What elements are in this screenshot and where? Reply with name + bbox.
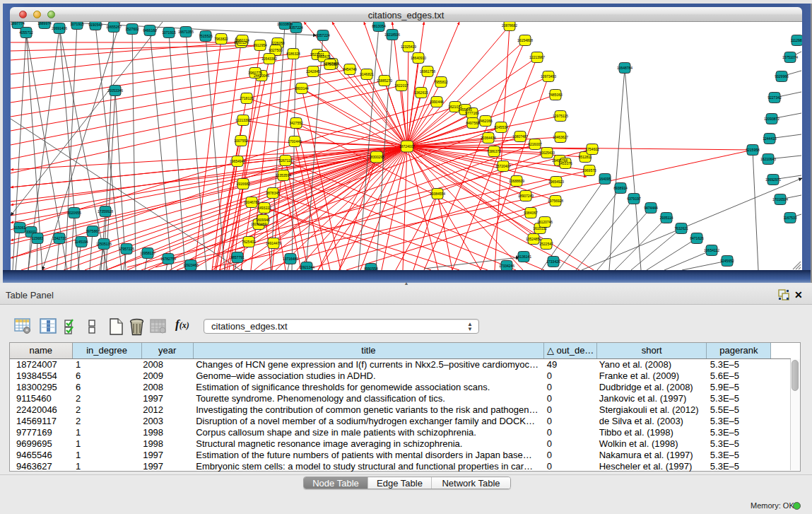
svg-text:2242845: 2242845: [306, 69, 320, 74]
svg-text:19654944: 19654944: [230, 159, 245, 163]
svg-text:8186328: 8186328: [286, 52, 300, 56]
svg-text:8454749: 8454749: [343, 67, 357, 71]
svg-text:15720407: 15720407: [495, 164, 511, 168]
svg-text:9777169: 9777169: [465, 111, 479, 115]
svg-text:9227342: 9227342: [767, 95, 782, 100]
svg-text:1071915: 1071915: [70, 22, 84, 26]
svg-text:7625402: 7625402: [242, 240, 256, 244]
svg-text:1112981: 1112981: [791, 38, 802, 42]
svg-text:3960775: 3960775: [248, 71, 262, 75]
svg-text:9857791: 9857791: [230, 255, 245, 259]
svg-text:3960124: 3960124: [235, 38, 249, 42]
svg-text:1362615: 1362615: [414, 90, 428, 95]
svg-text:5215958: 5215958: [746, 148, 760, 152]
svg-text:20691406: 20691406: [52, 26, 67, 30]
svg-text:12213392: 12213392: [235, 118, 251, 122]
svg-text:7955812: 7955812: [434, 80, 448, 84]
svg-text:13716485: 13716485: [283, 257, 298, 261]
svg-text:8813054: 8813054: [372, 24, 386, 28]
svg-text:19384554: 19384554: [430, 192, 445, 196]
svg-text:11353594: 11353594: [276, 173, 291, 177]
svg-text:2020655: 2020655: [67, 211, 81, 215]
svg-text:2803144: 2803144: [295, 86, 309, 90]
svg-text:10648784: 10648784: [617, 66, 632, 70]
svg-text:9190543: 9190543: [88, 23, 102, 27]
svg-text:7632621: 7632621: [674, 226, 688, 230]
svg-text:3912954: 3912954: [253, 43, 267, 47]
svg-text:10025433: 10025433: [539, 151, 555, 155]
svg-text:19756928: 19756928: [548, 199, 563, 203]
svg-text:1754602: 1754602: [585, 147, 599, 151]
svg-text:15692971: 15692971: [765, 177, 781, 182]
svg-text:16782759: 16782759: [160, 257, 176, 261]
svg-text:164095: 164095: [599, 177, 611, 181]
svg-text:1615132: 1615132: [533, 226, 547, 230]
svg-text:7963822: 7963822: [214, 37, 228, 41]
svg-text:9384067: 9384067: [524, 211, 538, 215]
svg-text:5465675: 5465675: [317, 54, 331, 59]
svg-text:18300295: 18300295: [369, 155, 384, 159]
svg-text:1609946: 1609946: [256, 218, 270, 222]
svg-text:10655267: 10655267: [106, 25, 122, 29]
svg-text:9357224: 9357224: [316, 33, 330, 37]
svg-text:9357224: 9357224: [289, 25, 303, 30]
svg-text:14914479: 14914479: [266, 241, 281, 245]
svg-text:16120746: 16120746: [537, 220, 553, 224]
svg-text:1453376: 1453376: [558, 161, 572, 165]
svg-text:1071915: 1071915: [162, 30, 176, 35]
svg-text:12923466: 12923466: [183, 263, 199, 267]
svg-text:10543382: 10543382: [261, 57, 277, 61]
svg-text:10654112: 10654112: [704, 248, 719, 252]
svg-text:20878682: 20878682: [502, 23, 517, 28]
svg-text:10958137: 10958137: [140, 251, 155, 255]
svg-text:9474444: 9474444: [644, 206, 658, 210]
svg-text:9329966: 9329966: [775, 74, 789, 78]
svg-text:10973493: 10973493: [541, 74, 556, 78]
svg-text:6379197: 6379197: [627, 197, 641, 201]
svg-text:1493222: 1493222: [257, 206, 271, 210]
svg-text:1527602: 1527602: [125, 27, 139, 31]
svg-text:12975115: 12975115: [553, 114, 568, 118]
svg-text:1916682: 1916682: [236, 182, 250, 186]
svg-text:19463627: 19463627: [553, 135, 568, 139]
svg-text:8938914: 8938914: [613, 186, 628, 190]
svg-text:8497568: 8497568: [466, 121, 480, 125]
svg-text:19654923: 19654923: [548, 180, 564, 184]
svg-text:4055712: 4055712: [19, 30, 33, 35]
svg-text:1700443: 1700443: [288, 139, 302, 144]
svg-text:12213967: 12213967: [529, 55, 545, 59]
svg-text:6466160: 6466160: [143, 28, 157, 33]
svg-text:7386372: 7386372: [487, 149, 501, 153]
svg-text:1733426: 1733426: [546, 259, 560, 264]
svg-text:1007552: 1007552: [234, 139, 248, 143]
svg-text:14136141: 14136141: [516, 255, 531, 259]
svg-text:9512811: 9512811: [578, 155, 592, 159]
svg-text:17957225: 17957225: [119, 247, 134, 251]
svg-text:18724007: 18724007: [399, 144, 415, 148]
svg-text:8471626: 8471626: [690, 236, 704, 240]
svg-text:10688609: 10688609: [509, 179, 524, 183]
svg-text:2226058: 2226058: [271, 41, 285, 45]
svg-text:15751074: 15751074: [782, 55, 798, 59]
svg-text:8245534: 8245534: [494, 125, 508, 129]
svg-text:12325419: 12325419: [401, 45, 416, 49]
svg-text:3427552: 3427552: [289, 121, 303, 125]
svg-text:33001: 33001: [26, 230, 36, 234]
svg-text:2718126: 2718126: [240, 96, 254, 100]
svg-text:10921344: 10921344: [299, 265, 314, 269]
svg-text:15885270: 15885270: [377, 78, 392, 83]
svg-text:1822017: 1822017: [394, 83, 408, 88]
svg-text:18640910: 18640910: [411, 56, 426, 60]
svg-text:3878345: 3878345: [266, 191, 280, 195]
svg-text:3975867: 3975867: [86, 229, 100, 233]
svg-text:2935114: 2935114: [659, 216, 673, 220]
svg-text:1145194: 1145194: [74, 240, 88, 244]
svg-text:915061: 915061: [14, 226, 26, 230]
svg-text:2522547: 2522547: [539, 242, 553, 246]
svg-text:16210643: 16210643: [760, 157, 776, 161]
svg-text:20364436: 20364436: [481, 136, 496, 140]
svg-text:1897774: 1897774: [11, 22, 25, 25]
svg-text:9245652: 9245652: [720, 259, 734, 263]
svg-text:10807487: 10807487: [512, 134, 528, 139]
svg-text:19218506: 19218506: [384, 33, 400, 37]
